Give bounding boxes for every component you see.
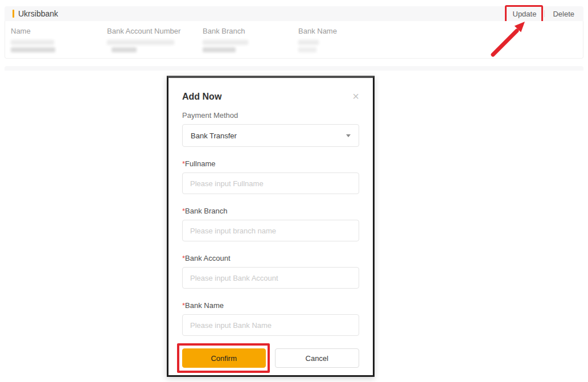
bank-name-input[interactable] [182, 314, 359, 336]
bank-account-field-group: *Bank Account [182, 254, 359, 289]
column-name: Name [11, 27, 55, 52]
redacted-value [203, 40, 248, 45]
redacted-value [107, 40, 174, 45]
bank-branch-field-group: *Bank Branch [182, 207, 359, 241]
bank-name-label: *Bank Name [182, 301, 359, 310]
card-actions: Update Delete [511, 9, 577, 19]
bank-account-input[interactable] [182, 267, 359, 289]
redacted-value [203, 47, 236, 52]
redacted-value [298, 40, 319, 45]
bank-account-table: Name Bank Account Number Bank Branch Ban… [5, 21, 583, 59]
accent-bar-icon [13, 10, 14, 18]
column-header-bank-branch: Bank Branch [203, 27, 248, 35]
card-header: Ukrsibbank Update Delete [5, 6, 583, 21]
fullname-input[interactable] [182, 172, 359, 194]
actions-divider [544, 10, 545, 17]
bank-branch-label: *Bank Branch [182, 207, 359, 215]
payment-method-select[interactable]: Bank Transfer [182, 124, 359, 147]
delete-button[interactable]: Delete [550, 9, 577, 19]
bank-branch-input[interactable] [182, 220, 359, 241]
payment-method-card: Ukrsibbank Update Delete Name Bank Accou… [5, 6, 583, 59]
column-header-bank-account-number: Bank Account Number [107, 27, 180, 35]
column-header-name: Name [11, 27, 55, 35]
payment-method-selected-value: Bank Transfer [191, 132, 237, 140]
modal-header: Add Now × [182, 92, 359, 102]
redacted-value [112, 47, 137, 52]
update-button[interactable]: Update [511, 9, 539, 19]
fullname-label: *Fullname [182, 159, 359, 168]
redacted-value [298, 47, 316, 52]
close-icon[interactable]: × [352, 92, 359, 101]
card-title: Ukrsibbank [18, 9, 58, 18]
modal-title: Add Now [182, 92, 221, 102]
modal-footer: Confirm Cancel [182, 348, 359, 368]
bank-name-field-group: *Bank Name [182, 301, 359, 336]
redacted-value [11, 40, 54, 45]
cancel-button[interactable]: Cancel [275, 348, 360, 368]
bank-account-label: *Bank Account [182, 254, 359, 262]
confirm-button[interactable]: Confirm [182, 348, 266, 368]
column-bank-name: Bank Name [298, 27, 337, 52]
payment-method-label: Payment Method [182, 111, 359, 120]
column-bank-account-number: Bank Account Number [107, 27, 180, 52]
column-bank-branch: Bank Branch [203, 27, 248, 52]
next-section-strip [5, 66, 583, 71]
chevron-down-icon [346, 134, 351, 137]
redacted-value [11, 47, 55, 52]
fullname-field-group: *Fullname [182, 159, 359, 194]
column-header-bank-name: Bank Name [298, 27, 337, 35]
add-payment-method-modal: Add Now × Payment Method Bank Transfer *… [167, 76, 375, 377]
